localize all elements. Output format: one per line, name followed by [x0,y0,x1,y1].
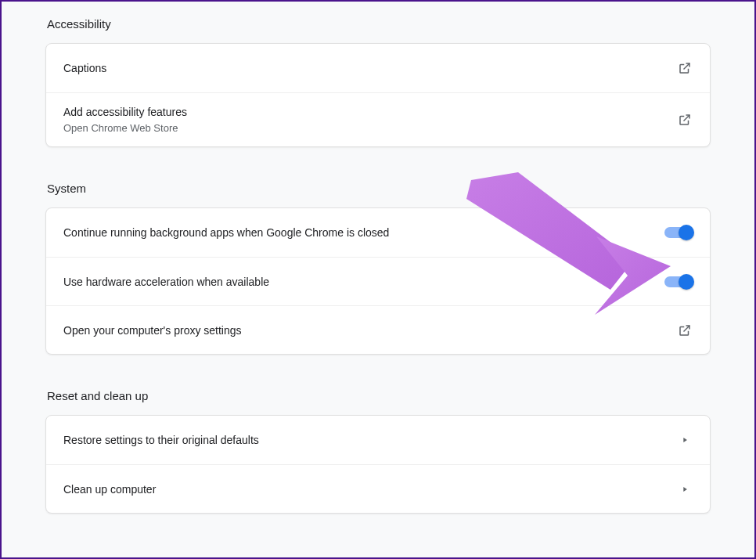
background-apps-row[interactable]: Continue running background apps when Go… [46,208,710,257]
external-link-icon [677,323,693,338]
section-title-system: System [45,169,711,207]
cleanup-computer-row[interactable]: Clean up computer [46,464,710,513]
external-link-icon [677,60,693,76]
chevron-right-icon [677,481,693,497]
system-card: Continue running background apps when Go… [45,207,711,355]
cleanup-computer-label: Clean up computer [63,481,156,497]
background-apps-toggle[interactable] [664,227,693,238]
external-link-icon [677,112,693,128]
hardware-acceleration-row[interactable]: Use hardware acceleration when available [46,257,710,305]
add-accessibility-label: Add accessibility features [63,104,187,120]
section-title-reset: Reset and clean up [45,377,711,415]
restore-defaults-row[interactable]: Restore settings to their original defau… [46,416,710,464]
add-accessibility-sublabel: Open Chrome Web Store [63,121,187,135]
background-apps-label: Continue running background apps when Go… [63,225,389,240]
captions-label: Captions [63,60,106,76]
proxy-settings-label: Open your computer's proxy settings [63,323,242,338]
section-title-accessibility: Accessibility [45,5,711,43]
restore-defaults-label: Restore settings to their original defau… [63,432,259,448]
reset-card: Restore settings to their original defau… [45,415,711,514]
add-accessibility-features-row[interactable]: Add accessibility features Open Chrome W… [46,92,710,146]
accessibility-card: Captions Add accessibility features Open… [45,43,711,147]
captions-row[interactable]: Captions [46,44,710,92]
hw-accel-toggle[interactable] [664,276,693,287]
hardware-acceleration-label: Use hardware acceleration when available [63,274,269,290]
chevron-right-icon [677,432,693,448]
proxy-settings-row[interactable]: Open your computer's proxy settings [46,305,710,354]
